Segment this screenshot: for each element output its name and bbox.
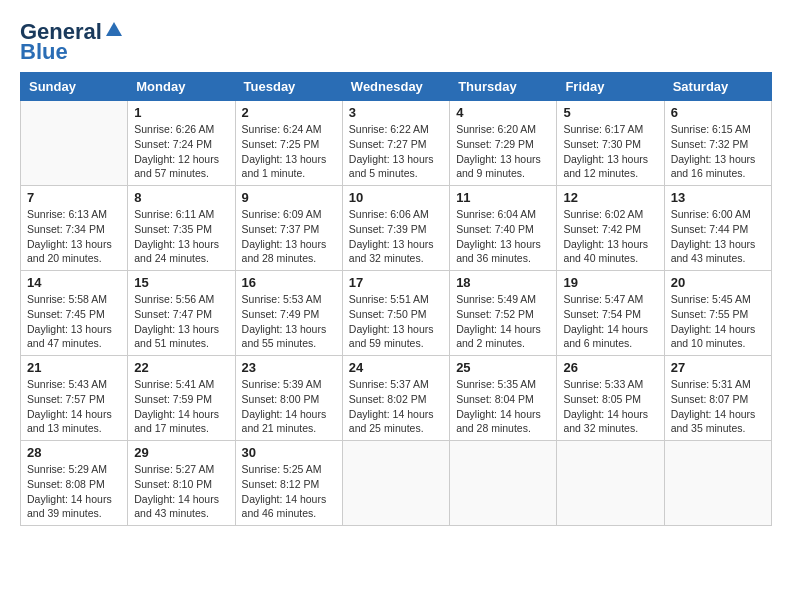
calendar-cell: 13Sunrise: 6:00 AMSunset: 7:44 PMDayligh… bbox=[664, 186, 771, 271]
calendar-cell: 21Sunrise: 5:43 AMSunset: 7:57 PMDayligh… bbox=[21, 356, 128, 441]
logo-blue: Blue bbox=[20, 40, 68, 64]
day-info: Sunrise: 6:20 AMSunset: 7:29 PMDaylight:… bbox=[456, 122, 550, 181]
day-number: 23 bbox=[242, 360, 336, 375]
day-number: 21 bbox=[27, 360, 121, 375]
calendar-cell: 16Sunrise: 5:53 AMSunset: 7:49 PMDayligh… bbox=[235, 271, 342, 356]
calendar-week-1: 1Sunrise: 6:26 AMSunset: 7:24 PMDaylight… bbox=[21, 101, 772, 186]
calendar-cell: 14Sunrise: 5:58 AMSunset: 7:45 PMDayligh… bbox=[21, 271, 128, 356]
calendar-week-4: 21Sunrise: 5:43 AMSunset: 7:57 PMDayligh… bbox=[21, 356, 772, 441]
calendar-cell: 29Sunrise: 5:27 AMSunset: 8:10 PMDayligh… bbox=[128, 441, 235, 526]
weekday-header-tuesday: Tuesday bbox=[235, 73, 342, 101]
weekday-header-monday: Monday bbox=[128, 73, 235, 101]
day-info: Sunrise: 5:56 AMSunset: 7:47 PMDaylight:… bbox=[134, 292, 228, 351]
calendar-cell: 28Sunrise: 5:29 AMSunset: 8:08 PMDayligh… bbox=[21, 441, 128, 526]
calendar-cell bbox=[450, 441, 557, 526]
day-info: Sunrise: 6:15 AMSunset: 7:32 PMDaylight:… bbox=[671, 122, 765, 181]
calendar-cell: 18Sunrise: 5:49 AMSunset: 7:52 PMDayligh… bbox=[450, 271, 557, 356]
day-number: 24 bbox=[349, 360, 443, 375]
day-info: Sunrise: 5:47 AMSunset: 7:54 PMDaylight:… bbox=[563, 292, 657, 351]
day-info: Sunrise: 5:33 AMSunset: 8:05 PMDaylight:… bbox=[563, 377, 657, 436]
day-info: Sunrise: 6:17 AMSunset: 7:30 PMDaylight:… bbox=[563, 122, 657, 181]
day-number: 17 bbox=[349, 275, 443, 290]
day-number: 29 bbox=[134, 445, 228, 460]
calendar-cell: 26Sunrise: 5:33 AMSunset: 8:05 PMDayligh… bbox=[557, 356, 664, 441]
day-info: Sunrise: 5:31 AMSunset: 8:07 PMDaylight:… bbox=[671, 377, 765, 436]
day-info: Sunrise: 5:58 AMSunset: 7:45 PMDaylight:… bbox=[27, 292, 121, 351]
day-info: Sunrise: 6:11 AMSunset: 7:35 PMDaylight:… bbox=[134, 207, 228, 266]
day-number: 1 bbox=[134, 105, 228, 120]
day-info: Sunrise: 5:45 AMSunset: 7:55 PMDaylight:… bbox=[671, 292, 765, 351]
calendar-cell: 7Sunrise: 6:13 AMSunset: 7:34 PMDaylight… bbox=[21, 186, 128, 271]
calendar-cell: 19Sunrise: 5:47 AMSunset: 7:54 PMDayligh… bbox=[557, 271, 664, 356]
day-number: 12 bbox=[563, 190, 657, 205]
day-info: Sunrise: 6:04 AMSunset: 7:40 PMDaylight:… bbox=[456, 207, 550, 266]
calendar-table: SundayMondayTuesdayWednesdayThursdayFrid… bbox=[20, 72, 772, 526]
day-number: 8 bbox=[134, 190, 228, 205]
day-info: Sunrise: 5:39 AMSunset: 8:00 PMDaylight:… bbox=[242, 377, 336, 436]
day-info: Sunrise: 5:35 AMSunset: 8:04 PMDaylight:… bbox=[456, 377, 550, 436]
day-number: 25 bbox=[456, 360, 550, 375]
day-info: Sunrise: 5:53 AMSunset: 7:49 PMDaylight:… bbox=[242, 292, 336, 351]
calendar-cell bbox=[342, 441, 449, 526]
calendar-cell: 8Sunrise: 6:11 AMSunset: 7:35 PMDaylight… bbox=[128, 186, 235, 271]
day-number: 16 bbox=[242, 275, 336, 290]
day-info: Sunrise: 6:06 AMSunset: 7:39 PMDaylight:… bbox=[349, 207, 443, 266]
calendar-cell: 4Sunrise: 6:20 AMSunset: 7:29 PMDaylight… bbox=[450, 101, 557, 186]
day-number: 26 bbox=[563, 360, 657, 375]
svg-marker-0 bbox=[106, 22, 122, 36]
logo-icon bbox=[104, 20, 124, 40]
weekday-header-friday: Friday bbox=[557, 73, 664, 101]
calendar-cell: 30Sunrise: 5:25 AMSunset: 8:12 PMDayligh… bbox=[235, 441, 342, 526]
day-number: 7 bbox=[27, 190, 121, 205]
day-info: Sunrise: 6:09 AMSunset: 7:37 PMDaylight:… bbox=[242, 207, 336, 266]
calendar-week-5: 28Sunrise: 5:29 AMSunset: 8:08 PMDayligh… bbox=[21, 441, 772, 526]
calendar-cell: 9Sunrise: 6:09 AMSunset: 7:37 PMDaylight… bbox=[235, 186, 342, 271]
day-number: 22 bbox=[134, 360, 228, 375]
calendar-cell: 15Sunrise: 5:56 AMSunset: 7:47 PMDayligh… bbox=[128, 271, 235, 356]
calendar-cell: 25Sunrise: 5:35 AMSunset: 8:04 PMDayligh… bbox=[450, 356, 557, 441]
day-number: 4 bbox=[456, 105, 550, 120]
weekday-header-thursday: Thursday bbox=[450, 73, 557, 101]
day-number: 19 bbox=[563, 275, 657, 290]
calendar-cell: 10Sunrise: 6:06 AMSunset: 7:39 PMDayligh… bbox=[342, 186, 449, 271]
day-info: Sunrise: 5:29 AMSunset: 8:08 PMDaylight:… bbox=[27, 462, 121, 521]
day-number: 5 bbox=[563, 105, 657, 120]
day-number: 15 bbox=[134, 275, 228, 290]
day-number: 30 bbox=[242, 445, 336, 460]
day-number: 14 bbox=[27, 275, 121, 290]
day-number: 13 bbox=[671, 190, 765, 205]
calendar-cell: 23Sunrise: 5:39 AMSunset: 8:00 PMDayligh… bbox=[235, 356, 342, 441]
weekday-header-wednesday: Wednesday bbox=[342, 73, 449, 101]
calendar-cell: 20Sunrise: 5:45 AMSunset: 7:55 PMDayligh… bbox=[664, 271, 771, 356]
day-info: Sunrise: 5:37 AMSunset: 8:02 PMDaylight:… bbox=[349, 377, 443, 436]
day-number: 6 bbox=[671, 105, 765, 120]
calendar-cell: 2Sunrise: 6:24 AMSunset: 7:25 PMDaylight… bbox=[235, 101, 342, 186]
day-number: 27 bbox=[671, 360, 765, 375]
day-number: 18 bbox=[456, 275, 550, 290]
weekday-header-row: SundayMondayTuesdayWednesdayThursdayFrid… bbox=[21, 73, 772, 101]
day-number: 10 bbox=[349, 190, 443, 205]
day-info: Sunrise: 6:13 AMSunset: 7:34 PMDaylight:… bbox=[27, 207, 121, 266]
day-info: Sunrise: 5:51 AMSunset: 7:50 PMDaylight:… bbox=[349, 292, 443, 351]
day-info: Sunrise: 5:25 AMSunset: 8:12 PMDaylight:… bbox=[242, 462, 336, 521]
weekday-header-sunday: Sunday bbox=[21, 73, 128, 101]
day-info: Sunrise: 6:26 AMSunset: 7:24 PMDaylight:… bbox=[134, 122, 228, 181]
day-info: Sunrise: 6:00 AMSunset: 7:44 PMDaylight:… bbox=[671, 207, 765, 266]
calendar-cell: 1Sunrise: 6:26 AMSunset: 7:24 PMDaylight… bbox=[128, 101, 235, 186]
day-info: Sunrise: 6:22 AMSunset: 7:27 PMDaylight:… bbox=[349, 122, 443, 181]
page-header: General Blue bbox=[20, 20, 772, 64]
calendar-cell: 17Sunrise: 5:51 AMSunset: 7:50 PMDayligh… bbox=[342, 271, 449, 356]
calendar-cell: 12Sunrise: 6:02 AMSunset: 7:42 PMDayligh… bbox=[557, 186, 664, 271]
calendar-cell bbox=[664, 441, 771, 526]
calendar-cell: 11Sunrise: 6:04 AMSunset: 7:40 PMDayligh… bbox=[450, 186, 557, 271]
calendar-cell: 27Sunrise: 5:31 AMSunset: 8:07 PMDayligh… bbox=[664, 356, 771, 441]
day-info: Sunrise: 5:27 AMSunset: 8:10 PMDaylight:… bbox=[134, 462, 228, 521]
calendar-cell: 6Sunrise: 6:15 AMSunset: 7:32 PMDaylight… bbox=[664, 101, 771, 186]
calendar-cell bbox=[21, 101, 128, 186]
day-number: 9 bbox=[242, 190, 336, 205]
weekday-header-saturday: Saturday bbox=[664, 73, 771, 101]
day-number: 3 bbox=[349, 105, 443, 120]
calendar-cell: 3Sunrise: 6:22 AMSunset: 7:27 PMDaylight… bbox=[342, 101, 449, 186]
calendar-week-2: 7Sunrise: 6:13 AMSunset: 7:34 PMDaylight… bbox=[21, 186, 772, 271]
calendar-week-3: 14Sunrise: 5:58 AMSunset: 7:45 PMDayligh… bbox=[21, 271, 772, 356]
